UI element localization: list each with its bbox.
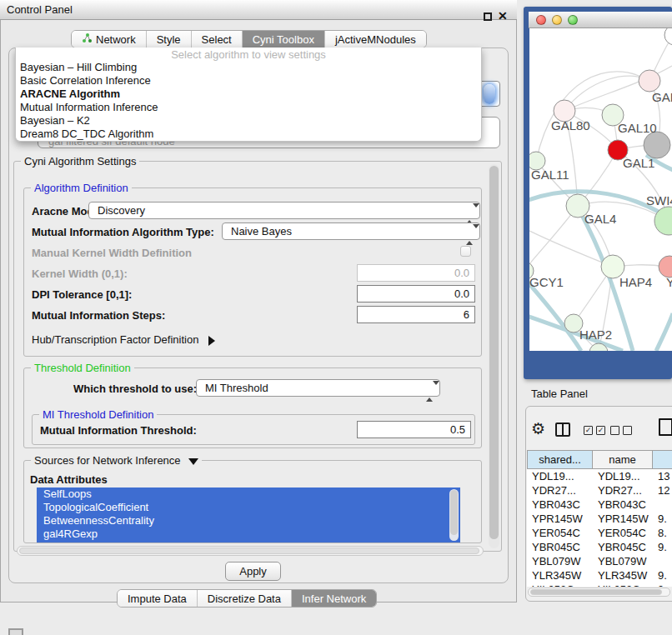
column-header-shared-name[interactable]: shared... — [527, 450, 593, 469]
node[interactable] — [664, 28, 672, 45]
column-header-name[interactable]: name — [593, 450, 653, 469]
tab-infer-network[interactable]: Infer Network — [291, 590, 376, 607]
settings-hscrollbar-thumb[interactable] — [19, 548, 479, 554]
settings-scrollbar[interactable] — [489, 164, 499, 548]
tab-cyni-toolbox[interactable]: Cyni Toolbox — [242, 31, 324, 48]
cell: YBR045C — [593, 540, 653, 554]
which-threshold-value: MI Threshold — [205, 382, 268, 394]
cell: YDL19... — [593, 469, 653, 483]
cell: 13 — [653, 469, 672, 483]
mac-close-button[interactable] — [536, 15, 546, 25]
checkbox-checked-icon[interactable]: ✓ — [584, 426, 593, 435]
node-label: SWI4 — [646, 193, 672, 208]
dropdown-item-aracne[interactable]: ARACNE Algorithm — [16, 88, 481, 101]
dropdown-placeholder: Select algorithm to view settings — [16, 48, 481, 61]
cell: YIL052C — [527, 582, 593, 587]
tab-jactivemnodules[interactable]: jActiveMNodules — [324, 31, 426, 48]
dropdown-item[interactable]: Bayesian – Hill Climbing — [16, 61, 481, 74]
node-label: GAL1 — [623, 156, 654, 170]
table-row[interactable]: YBR043C YBR043C — [527, 498, 672, 512]
kernel-width-field[interactable]: 0.0 — [357, 264, 475, 282]
tab-label: Infer Network — [302, 590, 366, 608]
table-row[interactable]: YIL052C YIL052C 9 — [527, 582, 672, 587]
dropdown-item[interactable]: Basic Correlation Inference — [16, 74, 481, 88]
tab-label: Impute Data — [128, 590, 187, 608]
attribute-item[interactable]: BetweennessCentrality — [37, 514, 460, 528]
table-row[interactable]: YDL19... YDL19... 13 — [527, 469, 672, 483]
cell: YBL079W — [593, 554, 653, 568]
dpi-tolerance-field[interactable]: 0.0 — [357, 285, 475, 302]
table-row[interactable]: YLR345W YLR345W 9. — [527, 568, 672, 582]
node[interactable] — [644, 132, 670, 158]
dropdown-item[interactable]: Mutual Information Inference — [16, 101, 481, 114]
manual-kernel-width-label: Manual Kernel Width Definition — [32, 247, 192, 259]
dropdown-item[interactable]: Bayesian – K2 — [16, 114, 481, 128]
table-panel-title: Table Panel — [531, 388, 588, 400]
columns-icon[interactable] — [555, 422, 570, 437]
sources-title-toggle[interactable]: Sources for Network Inference — [31, 454, 202, 467]
mac-minimize-button[interactable] — [552, 15, 562, 25]
cell: 12 — [653, 483, 672, 498]
settings-hscrollbar[interactable] — [17, 546, 484, 556]
table-hscrollbar-thumb[interactable] — [530, 589, 662, 595]
checkbox-checked-icon[interactable]: ✓ — [596, 426, 605, 435]
column-header-partial[interactable]: A — [653, 450, 672, 469]
mi-algorithm-type-label: Mutual Information Algorithm Type: — [32, 226, 214, 238]
mac-zoom-button[interactable] — [568, 15, 578, 25]
tab-discretize-data[interactable]: Discretize Data — [197, 590, 291, 607]
network-graph: GAL GAL80 GAL10 GAL1 GAL11 SWI4 GAL4 GCY… — [529, 28, 672, 351]
tab-impute-data[interactable]: Impute Data — [118, 590, 197, 607]
collapse-down-icon — [188, 458, 198, 465]
table-hscrollbar[interactable] — [528, 588, 670, 597]
network-canvas[interactable]: GAL GAL80 GAL10 GAL1 GAL11 SWI4 GAL4 GCY… — [529, 28, 672, 351]
cell: YPR145W — [527, 512, 593, 526]
table-row[interactable]: YPR145W YPR145W 9. — [527, 512, 672, 526]
node-label: GAL10 — [618, 121, 657, 135]
attribute-item[interactable]: gal4RGexp — [37, 528, 460, 541]
cell: YLR345W — [527, 568, 593, 582]
which-threshold-combo[interactable]: MI Threshold — [196, 379, 440, 397]
cell: YDR27... — [527, 483, 593, 498]
settings-scrollbar-thumb[interactable] — [489, 166, 499, 539]
dropdown-item[interactable]: Dream8 DC_TDC Algorithm — [16, 128, 481, 141]
tab-style[interactable]: Style — [146, 31, 191, 48]
table-row[interactable]: YDR27... YDR27... 12 — [527, 483, 672, 498]
checkbox-unchecked-icon[interactable] — [623, 426, 632, 435]
control-panel-tabbar: Network Style Select Cyni Toolbox jActiv… — [71, 30, 427, 48]
cell — [653, 498, 672, 512]
table-row[interactable]: YBR045C YBR045C 9. — [527, 540, 672, 554]
document-icon[interactable] — [659, 418, 672, 436]
cell: 8. — [653, 526, 672, 540]
close-icon[interactable]: ✕ — [498, 9, 508, 22]
tab-network[interactable]: Network — [72, 31, 146, 48]
attributes-scrollbar[interactable] — [449, 489, 459, 541]
attributes-scrollbar-thumb[interactable] — [450, 490, 458, 535]
attribute-item[interactable]: TopologicalCoefficient — [37, 501, 460, 514]
checkbox-unchecked-icon[interactable] — [610, 426, 619, 435]
network-node-labels: GAL GAL80 GAL10 GAL1 GAL11 SWI4 GAL4 GCY… — [529, 90, 672, 342]
mi-threshold-field[interactable]: 0.5 — [357, 421, 471, 438]
data-attributes-label: Data Attributes — [30, 473, 108, 486]
node-label: HAP4 — [619, 275, 652, 289]
gear-icon[interactable]: ⚙ — [531, 420, 545, 438]
float-window-icon[interactable] — [484, 12, 492, 21]
hub-definition-toggle[interactable]: Hub/Transcription Factor Definition — [32, 333, 215, 346]
apply-button[interactable]: Apply — [225, 562, 281, 581]
table-row[interactable]: YER054C YER054C 8. — [527, 526, 672, 540]
aracne-mode-combo[interactable]: Discovery — [88, 202, 480, 219]
manual-kernel-width-checkbox[interactable] — [460, 246, 471, 257]
tab-label: Select — [202, 31, 232, 48]
collapsed-panel-icon[interactable] — [8, 628, 23, 635]
mi-steps-field[interactable]: 6 — [357, 306, 475, 323]
table-row[interactable]: YBL079W YBL079W — [527, 554, 672, 568]
combo-stepper-focused[interactable] — [484, 84, 495, 104]
tab-label: Network — [96, 31, 136, 48]
cell — [653, 554, 672, 568]
node-label: GAL — [652, 90, 672, 104]
stepper-arrows-icon — [426, 383, 434, 399]
node[interactable] — [639, 70, 660, 92]
tab-select[interactable]: Select — [191, 31, 242, 48]
cell: 9. — [653, 512, 672, 526]
mi-algorithm-type-combo[interactable]: Naive Bayes — [222, 222, 480, 240]
attribute-item[interactable]: SelfLoops — [37, 488, 460, 501]
